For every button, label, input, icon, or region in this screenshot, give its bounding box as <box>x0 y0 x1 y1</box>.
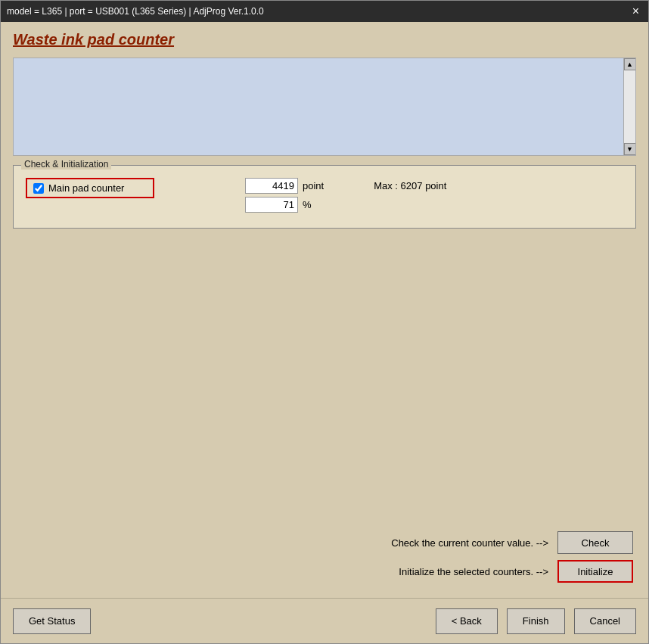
bottom-bar: Get Status < Back Finish Cancel <box>1 598 648 643</box>
check-desc: Check the current counter value. --> <box>391 537 548 549</box>
content-area: Waste ink pad counter ▲ ▼ Check & Initia… <box>1 22 648 598</box>
percent-value-input[interactable] <box>245 197 298 213</box>
max-label: Max : 6207 point <box>374 180 446 191</box>
counter-row: Main pad counter point Max : 6207 point … <box>23 172 626 219</box>
initialize-button[interactable]: Initialize <box>557 560 633 583</box>
point-value-input[interactable] <box>245 178 298 194</box>
check-button[interactable]: Check <box>557 531 633 554</box>
scroll-up-button[interactable]: ▲ <box>624 58 636 70</box>
values-block: point Max : 6207 point % <box>245 178 446 213</box>
init-desc: Initialize the selected counters. --> <box>399 566 548 577</box>
main-pad-counter-wrapper: Main pad counter <box>26 178 154 198</box>
main-pad-counter-label: Main pad counter <box>48 182 124 194</box>
percent-row: % <box>245 197 446 213</box>
action-area: Check the current counter value. --> Che… <box>13 525 636 589</box>
scrollbar-track[interactable] <box>624 70 635 143</box>
finish-button[interactable]: Finish <box>507 608 565 634</box>
point-row: point Max : 6207 point <box>245 178 446 194</box>
log-area: ▲ ▼ <box>13 58 636 156</box>
page-title: Waste ink pad counter <box>13 31 636 48</box>
get-status-button[interactable]: Get Status <box>13 608 91 634</box>
close-button[interactable]: × <box>629 5 642 17</box>
check-action-row: Check the current counter value. --> Che… <box>16 531 633 554</box>
main-pad-counter-checkbox[interactable] <box>33 183 44 194</box>
back-button[interactable]: < Back <box>436 608 498 634</box>
init-action-row: Initialize the selected counters. --> In… <box>16 560 633 583</box>
group-label: Check & Initialization <box>21 159 111 170</box>
percent-unit: % <box>303 199 312 210</box>
scroll-down-button[interactable]: ▼ <box>624 143 636 155</box>
cancel-button[interactable]: Cancel <box>574 608 636 634</box>
scrollbar: ▲ ▼ <box>623 58 635 155</box>
check-init-group: Check & Initialization Main pad counter … <box>13 165 636 229</box>
point-unit: point <box>303 180 324 191</box>
title-bar: model = L365 | port = USB001 (L365 Serie… <box>1 1 648 22</box>
title-bar-text: model = L365 | port = USB001 (L365 Serie… <box>7 6 264 17</box>
main-window: model = L365 | port = USB001 (L365 Serie… <box>0 0 649 644</box>
